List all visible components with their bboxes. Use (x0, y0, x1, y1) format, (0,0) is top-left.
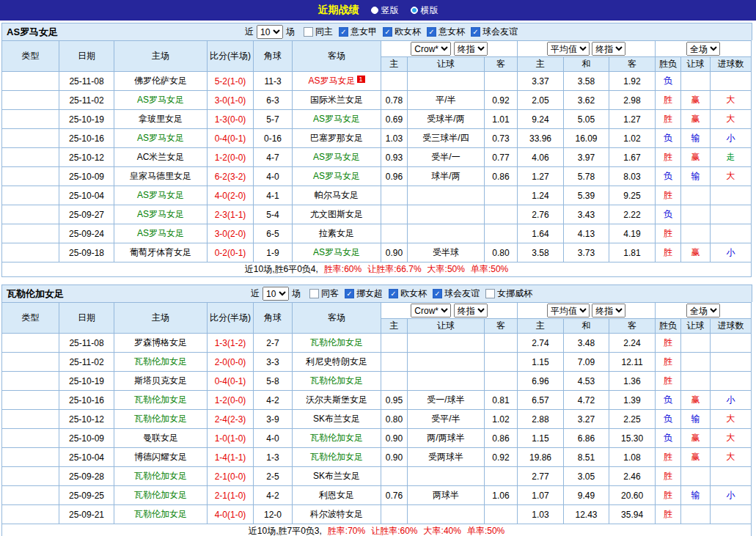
home-team: AS罗马女足 (114, 129, 208, 148)
summary-stat: 胜率:70% (328, 526, 365, 536)
radio-vertical-layout[interactable]: 竖版 (371, 4, 399, 17)
filter-checkbox[interactable]: ✓欧女杯 (389, 287, 427, 300)
avg-kind-select[interactable]: 终指 (592, 304, 625, 317)
recent-count-select[interactable]: 10 (263, 287, 289, 301)
filter-checkbox[interactable]: 女挪威杯 (485, 287, 532, 300)
avg-home-odds: 19.86 (518, 448, 564, 467)
scope-select[interactable]: 全场 (686, 304, 720, 317)
league-badge: 欧女杯 (2, 167, 59, 186)
filter-checkbox[interactable]: 同客 (309, 287, 339, 300)
col-odds-home: 主 (381, 57, 408, 72)
filter-checkbox[interactable]: ✓意女甲 (339, 26, 377, 38)
odds-selects-cell: Crow* 终指 (381, 303, 518, 319)
league-badge: 意女甲 (2, 91, 59, 110)
avg-selects-cell: 平均值 终指 (518, 303, 656, 319)
filter-checkbox[interactable]: ✓意女杯 (427, 26, 465, 38)
goals-result (711, 205, 752, 224)
handicap-result: 赢 (681, 110, 711, 129)
match-date: 25-09-25 (59, 486, 114, 505)
corners: 3-3 (254, 353, 293, 372)
odds-source-select[interactable]: Crow* (411, 304, 451, 317)
corners: 0-16 (254, 129, 293, 148)
avg-draw-odds: 9.49 (564, 486, 609, 505)
odds-kind-select[interactable]: 终指 (454, 42, 488, 56)
scope-select-cell: 全场 (656, 303, 752, 319)
away-team: 帕尔马女足 (293, 186, 381, 205)
handicap-result: 赢 (681, 448, 711, 467)
col-handicap-result: 让球 (681, 319, 711, 334)
filter-checkbox[interactable]: ✓挪女超 (345, 287, 383, 300)
home-team: 瓦勒伦加女足 (114, 505, 208, 524)
avg-away-odds: 1.39 (609, 391, 656, 410)
league-badge: 挪女超 (2, 353, 59, 372)
handicap-line: 球半/两 (408, 167, 485, 186)
avg-home-odds: 6.57 (518, 391, 564, 410)
goals-result: 大 (711, 410, 752, 429)
home-odds: 0.78 (381, 91, 408, 110)
corners: 4-2 (254, 391, 293, 410)
col-score: 比分(半场) (208, 41, 254, 72)
away-odds (485, 186, 518, 205)
score: 0-2(0-1) (208, 243, 254, 263)
recent-count-select[interactable]: 10 (257, 25, 283, 39)
away-team: 拉素女足 (293, 224, 381, 243)
odds-kind-select[interactable]: 终指 (454, 304, 488, 317)
match-date: 25-10-09 (59, 167, 114, 186)
avg-home-odds: 1.64 (518, 224, 564, 243)
avg-source-select[interactable]: 平均值 (547, 304, 590, 317)
handicap-result (681, 372, 711, 391)
avg-draw-odds: 5.39 (564, 186, 609, 205)
checkbox-label: 欧女杯 (394, 26, 421, 38)
away-odds: 1.06 (485, 486, 518, 505)
corners: 1-9 (254, 243, 293, 263)
radio-label: 竖版 (381, 4, 399, 17)
filter-checkbox[interactable]: 同主 (304, 26, 333, 38)
home-team: 博德闪耀女足 (114, 448, 208, 467)
handicap-line: 受两球半 (408, 448, 485, 467)
avg-kind-select[interactable]: 终指 (592, 42, 625, 56)
col-goals: 进球数 (711, 319, 752, 334)
filter-checkbox[interactable]: ✓球会友谊 (471, 26, 518, 38)
away-team: 瓦勒伦加女足 (293, 372, 381, 391)
avg-home-odds: 4.06 (518, 148, 564, 167)
checkbox-icon (485, 289, 495, 298)
radio-horizontal-layout[interactable]: 横版 (411, 4, 438, 17)
match-date: 25-11-02 (59, 353, 114, 372)
home-team: AC米兰女足 (114, 148, 208, 167)
avg-source-select[interactable]: 平均值 (547, 42, 590, 56)
result: 胜 (656, 110, 681, 129)
handicap-line: 受球半/两 (408, 110, 485, 129)
home-odds: 0.69 (381, 110, 408, 129)
league-badge: 挪女超 (2, 372, 59, 391)
scope-select[interactable]: 全场 (686, 42, 720, 56)
filter-checkbox[interactable]: ✓球会友谊 (433, 287, 480, 300)
handicap-line (408, 353, 485, 372)
avg-away-odds: 1.08 (609, 448, 656, 467)
match-row: 挪女超25-10-04博德闪耀女足1-4(1-1)1-3瓦勒伦加女足0.90受两… (2, 448, 752, 467)
summary-row: 近10场,胜6平0负4,胜率:60%让胜率:66.7%大率:50%单率:50% (2, 263, 752, 277)
avg-away-odds: 2.24 (609, 334, 656, 353)
handicap-result: 输 (681, 410, 711, 429)
summary-prefix: 近10场,胜6平0负4, (245, 264, 318, 274)
home-team: 瓦勒伦加女足 (114, 486, 208, 505)
odds-source-select[interactable]: Crow* (411, 42, 451, 56)
score: 6-2(3-2) (208, 167, 254, 186)
goals-result (711, 467, 752, 486)
checkbox-icon: ✓ (471, 27, 480, 37)
avg-home-odds: 2.74 (518, 334, 564, 353)
handicap-result (681, 72, 711, 91)
away-team: AS罗马女足 (293, 167, 381, 186)
away-odds (485, 467, 518, 486)
avg-away-odds: 1.36 (609, 372, 656, 391)
avg-draw-odds: 3.58 (564, 72, 609, 91)
corners: 6-3 (254, 91, 293, 110)
filter-checkbox[interactable]: ✓欧女杯 (383, 26, 421, 38)
match-row: 欧女杯25-10-16瓦勒伦加女足1-2(0-0)4-2沃尔夫斯堡女足0.95受… (2, 391, 752, 410)
score: 3-0(2-0) (208, 224, 254, 243)
summary-row: 近10场,胜7平0负3,胜率:70%让胜率:60%大率:40%单率:50% (2, 524, 752, 536)
home-odds (381, 205, 408, 224)
score: 5-2(1-0) (208, 72, 254, 91)
avg-home-odds: 2.76 (518, 205, 564, 224)
col-away: 客场 (293, 41, 381, 72)
summary-stat: 单率:50% (467, 526, 504, 536)
